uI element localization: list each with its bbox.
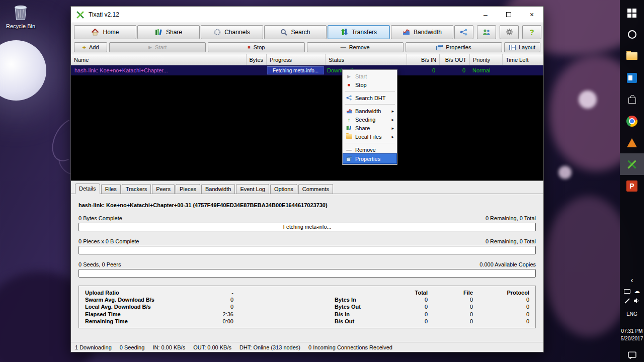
language-indicator[interactable]: ENG [626, 311, 637, 317]
file-explorer-button[interactable] [620, 45, 644, 67]
recycle-bin-icon [13, 3, 28, 21]
taskbar-clock[interactable]: 07:31 PM 5/20/2017 [621, 328, 643, 342]
bytes-progress-bar: Fetching meta-info... [78, 223, 536, 231]
recycle-bin[interactable]: Recycle Bin [4, 3, 37, 29]
tab-search[interactable]: Search [264, 25, 327, 39]
close-button[interactable]: × [520, 7, 543, 23]
status-seeding: 0 Seeding [120, 344, 145, 350]
status-downloading: 1 Downloading [75, 344, 112, 350]
users-button[interactable] [477, 25, 496, 39]
stat-value: 0 [473, 297, 529, 303]
menu-local-files[interactable]: Local Files ▸ [343, 132, 396, 141]
transfers-icon [341, 28, 348, 36]
menu-share[interactable]: Share ▸ [343, 124, 396, 132]
tab-peers[interactable]: Peers [152, 184, 175, 194]
pen-tray-icon[interactable] [624, 298, 630, 304]
tab-bandwidth[interactable]: Bandwidth [391, 25, 453, 39]
stat-value: 0 [382, 311, 428, 318]
menu-start[interactable]: ▶ Start [343, 72, 396, 80]
stop-button[interactable]: ■ Stop [208, 42, 304, 52]
tab-details[interactable]: Details [75, 184, 100, 194]
col-bs-in[interactable]: B/s IN [407, 54, 439, 65]
list-body[interactable]: hash-link: Koe+no+Katachi+Chapter... Fet… [71, 65, 543, 180]
remove-label: Remove [349, 44, 370, 50]
col-name[interactable]: Name [71, 57, 246, 63]
tab-event-log[interactable]: Event Log [236, 184, 269, 194]
menu-bandwidth-label: Bandwidth [355, 108, 381, 114]
menu-remove[interactable]: — Remove [343, 145, 396, 154]
tab-comments[interactable]: Comments [298, 184, 333, 194]
available-copies-label: 0.000 Available Copies [479, 261, 536, 267]
help-button[interactable]: ? [522, 25, 541, 39]
menu-local-files-label: Local Files [355, 134, 382, 140]
powerpoint-icon: P [626, 180, 637, 192]
menu-seeding[interactable]: ↑ Seeding ▸ [343, 115, 396, 124]
powerpoint-button[interactable]: P [620, 175, 644, 197]
cloud-tray-icon[interactable]: ☁ [634, 288, 640, 294]
cone-app-button[interactable] [620, 132, 644, 153]
dht-nodes-button[interactable] [454, 25, 473, 39]
chrome-icon [626, 116, 637, 127]
status-incoming: 0 Incoming Connections Received [308, 344, 392, 350]
menu-stop[interactable]: ■ Stop [343, 80, 396, 89]
col-bytes[interactable]: Bytes [246, 54, 266, 65]
col-progress[interactable]: Progress [266, 54, 325, 65]
stat-value: 0 [198, 297, 233, 303]
status-bar: 1 Downloading 0 Seeding IN: 0.00 KB/s OU… [71, 342, 543, 352]
col-bs-out[interactable]: B/s OUT [439, 54, 469, 65]
stat-label: Upload Ratio [85, 290, 198, 296]
tab-pieces[interactable]: Pieces [176, 184, 200, 194]
share-books-icon [155, 29, 163, 36]
transfer-row[interactable]: hash-link: Koe+no+Katachi+Chapter... Fet… [71, 65, 543, 75]
cortana-button[interactable] [620, 24, 644, 45]
stop-label: Stop [254, 44, 265, 50]
col-priority[interactable]: Priority [469, 54, 502, 65]
menu-properties[interactable]: Properties [343, 154, 396, 163]
pieces-remaining-label: 0 Remaining, 0 Total [486, 238, 536, 244]
remove-icon: — [346, 147, 352, 153]
status-in-rate: IN: 0.00 KB/s [152, 344, 185, 350]
blue-tile-app-button[interactable] [620, 67, 644, 88]
store-app-button[interactable] [620, 88, 644, 110]
action-center-icon[interactable] [628, 351, 636, 359]
tab-files[interactable]: Files [101, 184, 121, 194]
start-button[interactable]: ▶ Start [109, 42, 206, 52]
col-status[interactable]: Status [325, 54, 407, 65]
bandwidth-icon [346, 109, 352, 114]
keyboard-tray-icon[interactable] [624, 289, 630, 294]
stop-icon: ■ [346, 82, 352, 87]
title-bar[interactable]: Tixati v2.12 – × [71, 7, 543, 23]
chrome-button[interactable] [620, 110, 644, 132]
menu-search-dht[interactable]: Search DHT [343, 94, 396, 102]
tixati-taskbar-button[interactable] [620, 153, 644, 175]
show-hidden-icons-chevron[interactable]: ‹ [631, 276, 633, 284]
start-menu-button[interactable] [620, 2, 644, 24]
tab-bandwidth-detail[interactable]: Bandwidth [201, 184, 235, 194]
transfer-list: Name Bytes Progress Status B/s IN B/s OU… [71, 54, 543, 180]
tab-transfers[interactable]: Transfers [328, 25, 390, 39]
tab-channels[interactable]: Channels [201, 25, 263, 39]
cone-app-icon [627, 138, 637, 147]
tab-share[interactable]: Share [137, 25, 200, 39]
taskbar-date: 5/20/2017 [621, 335, 643, 343]
tab-trackers[interactable]: Trackers [122, 184, 151, 194]
bytes-complete-label: 0 Bytes Complete [78, 215, 122, 221]
context-menu: ▶ Start ■ Stop Search DHT [342, 69, 397, 165]
menu-search-dht-label: Search DHT [355, 95, 386, 101]
col-time-left[interactable]: Time Left [502, 54, 543, 65]
properties-button[interactable]: Properties [406, 42, 502, 52]
menu-bandwidth[interactable]: Bandwidth ▸ [343, 107, 396, 115]
settings-button[interactable] [500, 25, 519, 39]
volume-tray-icon[interactable] [633, 298, 639, 304]
tab-home[interactable]: Home [74, 25, 136, 39]
tixati-logo-icon [627, 159, 637, 169]
stat-value: 0 [428, 304, 473, 310]
layout-button[interactable]: Layout [504, 42, 540, 52]
minimize-button[interactable]: – [474, 7, 497, 23]
add-button[interactable]: + Add [74, 42, 107, 52]
remove-button[interactable]: — Remove [307, 42, 404, 52]
maximize-button[interactable] [497, 7, 520, 23]
stat-value: 0 [382, 297, 428, 303]
submenu-arrow-icon: ▸ [391, 109, 394, 114]
tab-options[interactable]: Options [270, 184, 297, 194]
